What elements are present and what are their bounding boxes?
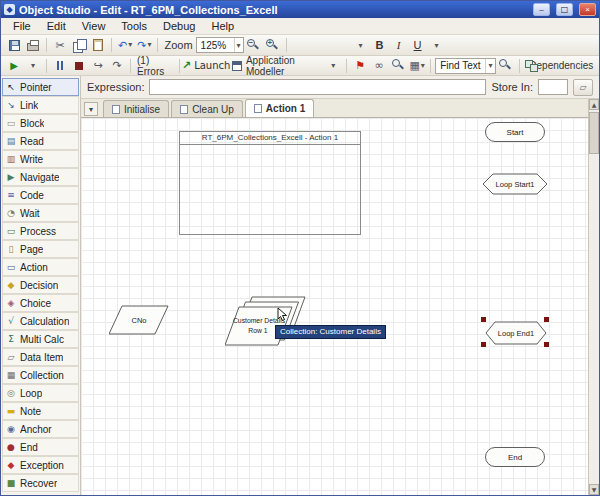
selection-handle[interactable] (481, 317, 486, 322)
node-loop-end[interactable]: Loop End1 (485, 321, 547, 345)
errors-button[interactable]: (1) Errors (135, 57, 175, 75)
bold-button[interactable]: B (371, 36, 389, 54)
palette-item-code[interactable]: ≡Code (2, 186, 79, 204)
tab-action-1[interactable]: Action 1 (245, 99, 314, 117)
play-button[interactable]: ▶ (5, 57, 23, 75)
save-button[interactable] (5, 36, 23, 54)
palette-item-note[interactable]: ▬Note (2, 402, 79, 420)
menu-debug[interactable]: Debug (155, 19, 203, 33)
zoom-select[interactable]: 125% ▾ (196, 37, 244, 53)
node-end[interactable]: End (485, 447, 545, 467)
print-button[interactable] (24, 36, 42, 54)
tab-clean-up[interactable]: Clean Up (171, 100, 243, 117)
magnifier-icon (392, 59, 405, 72)
zoom-out-button[interactable]: − (245, 36, 263, 54)
redo-button[interactable]: ↷▾ (135, 36, 153, 54)
palette-item-action[interactable]: ▭Action (2, 258, 79, 276)
selection-handle[interactable] (544, 317, 549, 322)
dependencies-button[interactable]: Dependencies (524, 57, 596, 75)
menu-help[interactable]: Help (203, 19, 242, 33)
selection-handle[interactable] (481, 342, 486, 347)
step-over-button[interactable]: ↷ (108, 57, 126, 75)
tab-initialise[interactable]: Initialise (103, 100, 169, 117)
format-dropdown[interactable]: ▾ (428, 36, 446, 54)
application-modeller-button[interactable]: Application Modeller (230, 57, 324, 75)
toolbar-overflow-dropdown[interactable]: ▾ (324, 57, 342, 75)
palette-item-end[interactable]: ●End (2, 438, 79, 456)
expression-input[interactable] (149, 79, 486, 95)
palette-item-decision[interactable]: ◆Decision (2, 276, 79, 294)
palette-item-link[interactable]: ↘Link (2, 96, 79, 114)
minimize-button[interactable]: – (533, 3, 550, 16)
menu-tools[interactable]: Tools (113, 19, 155, 33)
underline-button[interactable]: U (409, 36, 427, 54)
tab-list-dropdown[interactable]: ▾ (84, 102, 98, 116)
scrollbar-thumb[interactable] (589, 112, 599, 154)
palette-item-exception[interactable]: ◆Exception (2, 456, 79, 474)
font-dropdown[interactable]: ▾ (352, 36, 370, 54)
play-options-dropdown[interactable]: ▾ (24, 57, 42, 75)
selection-handle[interactable] (544, 342, 549, 347)
palette-item-write[interactable]: ▥Write (2, 150, 79, 168)
palette-item-multi-calc[interactable]: ΣMulti Calc (2, 330, 79, 348)
titlebar: ◆ Object Studio - Edit - RT_6PM_Collecti… (1, 1, 599, 18)
menu-view[interactable]: View (74, 19, 114, 33)
palette-item-wait[interactable]: ◔Wait (2, 204, 79, 222)
launch-button[interactable]: ↗Launch (184, 57, 229, 75)
scroll-down-icon[interactable]: ▼ (589, 484, 599, 495)
pause-button[interactable] (51, 57, 69, 75)
palette-item-label: Action (20, 262, 48, 273)
palette-item-data-item[interactable]: ▱Data Item (2, 348, 79, 366)
palette-item-label: Code (20, 190, 44, 201)
flag-icon: ⚑ (355, 60, 365, 71)
store-in-input[interactable] (538, 79, 568, 95)
cut-button[interactable]: ✂ (51, 36, 69, 54)
italic-button[interactable]: I (390, 36, 408, 54)
stop-button[interactable] (70, 57, 88, 75)
palette-item-block[interactable]: ▭Block (2, 114, 79, 132)
link-mode-button[interactable]: ∞ (370, 57, 388, 75)
step-button[interactable]: ↪ (89, 57, 107, 75)
find-text-combo[interactable]: Find Text ▾ (435, 58, 495, 74)
workarea: ▾ InitialiseClean UpAction 1 RT_6PM_Coll… (81, 99, 599, 495)
zoom-out-icon: − (247, 39, 260, 52)
palette-item-collection[interactable]: ▦Collection (2, 366, 79, 384)
palette-item-choice[interactable]: ◈Choice (2, 294, 79, 312)
store-in-picker-button[interactable]: ▱ (573, 79, 593, 96)
tooltip: Collection: Customer Details (275, 325, 386, 339)
page-frame-title: RT_6PM_Collections_Excell - Action 1 (180, 132, 360, 145)
node-data-item-cno[interactable]: CNo (109, 305, 169, 335)
palette-item-process[interactable]: ▭Process (2, 222, 79, 240)
menu-file[interactable]: File (5, 19, 39, 33)
scroll-up-icon[interactable]: ▲ (589, 99, 599, 110)
zoom-tool-button[interactable] (389, 57, 407, 75)
palette-item-label: Exception (20, 460, 64, 471)
scrollbar-track[interactable] (589, 110, 599, 484)
menu-edit[interactable]: Edit (39, 19, 74, 33)
vertical-scrollbar[interactable]: ▲ ▼ (588, 99, 599, 495)
node-loop-start[interactable]: Loop Start1 (482, 173, 548, 195)
palette-item-navigate[interactable]: ▶Navigate (2, 168, 79, 186)
editor-column: Expression: Store In: ▱ ▾ InitialiseClea… (81, 76, 599, 495)
palette-item-loop[interactable]: ◎Loop (2, 384, 79, 402)
copy-button[interactable] (70, 36, 88, 54)
palette-item-pointer[interactable]: ↖Pointer (2, 78, 79, 96)
palette-item-calculation[interactable]: √Calculation (2, 312, 79, 330)
node-start[interactable]: Start (485, 122, 545, 142)
palette-item-page[interactable]: ▯Page (2, 240, 79, 258)
process-icon: ▭ (5, 226, 17, 236)
palette-item-recover[interactable]: ■Recover (2, 474, 79, 492)
maximize-button[interactable]: □ (556, 3, 573, 16)
flow-canvas[interactable]: RT_6PM_Collections_Excell - Action 1 Sta… (81, 118, 588, 495)
palette-item-anchor[interactable]: ◉Anchor (2, 420, 79, 438)
palette-item-read[interactable]: ▤Read (2, 132, 79, 150)
window-title: Object Studio - Edit - RT_6PM_Collection… (19, 4, 527, 16)
paste-button[interactable] (89, 36, 107, 54)
breakpoint-button[interactable]: ⚑ (351, 57, 369, 75)
close-button[interactable]: × (579, 3, 596, 16)
undo-button[interactable]: ↶▾ (116, 36, 134, 54)
zoom-in-button[interactable]: + (264, 36, 282, 54)
search-button[interactable] (497, 57, 515, 75)
grid-button[interactable]: ▦▾ (408, 57, 426, 75)
node-collection-customer-details[interactable]: Customer Details Row 1 (225, 296, 307, 350)
